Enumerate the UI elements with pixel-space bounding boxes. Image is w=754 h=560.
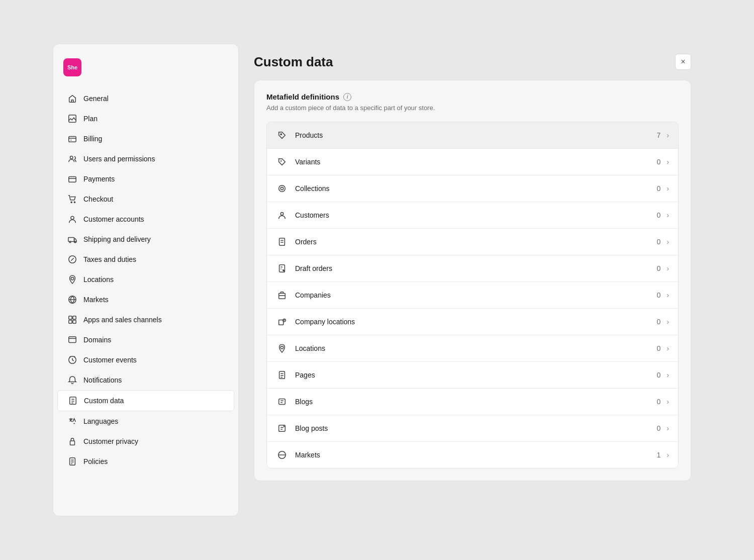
billing-icon <box>67 134 77 144</box>
metafield-chevron-orders: › <box>667 238 669 246</box>
home-icon <box>67 94 77 104</box>
svg-point-2 <box>70 156 73 159</box>
metafield-label-company-locations: Company locations <box>295 318 657 326</box>
svg-rect-34 <box>279 425 286 432</box>
metafield-label-markets: Markets <box>295 451 657 459</box>
metafield-count-draft-orders: 0 <box>657 264 661 272</box>
svg-rect-13 <box>69 316 72 319</box>
apps-icon <box>67 315 77 325</box>
sidebar-item-checkout[interactable]: Checkout <box>57 189 234 209</box>
metafield-label-collections: Collections <box>295 184 657 193</box>
metafield-chevron-blogs: › <box>667 398 669 406</box>
metafield-count-blogs: 0 <box>657 398 661 406</box>
svg-rect-14 <box>73 316 76 319</box>
markets-icon <box>67 295 77 305</box>
sidebar-item-notifications[interactable]: Notifications <box>57 370 234 390</box>
info-icon[interactable]: i <box>343 93 351 101</box>
card-title-row: Metafield definitions i <box>266 92 679 101</box>
shipping-icon <box>67 234 77 244</box>
logo-area: She <box>53 54 238 88</box>
sidebar-label-users: Users and permissions <box>83 155 155 163</box>
sidebar: She General Plan Billing Users and permi… <box>53 44 239 516</box>
plan-icon <box>67 114 77 124</box>
sidebar-label-locations: Locations <box>83 275 114 284</box>
policies-icon <box>67 456 77 466</box>
metafield-item-locations[interactable]: Locations 0 › <box>267 335 678 362</box>
sidebar-item-general[interactable]: General <box>57 88 234 109</box>
metafield-item-blog-posts[interactable]: Blog posts 0 › <box>267 415 678 442</box>
metafield-count-company-locations: 0 <box>657 318 661 326</box>
metafield-label-products: Products <box>295 131 657 139</box>
svg-rect-16 <box>73 320 76 323</box>
metafield-count-variants: 0 <box>657 158 661 166</box>
sidebar-item-markets[interactable]: Markets <box>57 290 234 310</box>
svg-rect-33 <box>279 399 286 405</box>
metafield-chevron-pages: › <box>667 371 669 379</box>
metafield-item-companies[interactable]: Companies 0 › <box>267 282 678 309</box>
sidebar-item-payments[interactable]: Payments <box>57 169 234 189</box>
customer-events-icon <box>67 355 77 365</box>
sidebar-label-markets: Markets <box>83 296 109 304</box>
markets-icon <box>276 449 288 461</box>
sidebar-item-shipping[interactable]: Shipping and delivery <box>57 229 234 249</box>
sidebar-label-customer-events: Customer events <box>83 356 137 364</box>
metafield-item-blogs[interactable]: Blogs 0 › <box>267 389 678 415</box>
sidebar-item-policies[interactable]: Policies <box>57 451 234 472</box>
sidebar-item-customer-events[interactable]: Customer events <box>57 350 234 370</box>
sidebar-item-customer-accounts[interactable]: Customer accounts <box>57 209 234 229</box>
sidebar-label-plan: Plan <box>83 115 98 123</box>
metafield-item-products[interactable]: Products 7 › <box>267 122 678 149</box>
sidebar-label-general: General <box>83 95 109 103</box>
sidebar-item-billing[interactable]: Billing <box>57 129 234 149</box>
metafield-count-locations: 0 <box>657 344 661 352</box>
metafield-item-customers[interactable]: Customers 0 › <box>267 202 678 229</box>
sidebar-item-customer-privacy[interactable]: Customer privacy <box>57 431 234 451</box>
sidebar-item-languages[interactable]: Languages <box>57 411 234 431</box>
sidebar-item-domains[interactable]: Domains <box>57 330 234 350</box>
metafield-chevron-companies: › <box>667 291 669 299</box>
sidebar-item-taxes[interactable]: Taxes and duties <box>57 249 234 269</box>
metafield-chevron-products: › <box>667 131 669 139</box>
metafield-label-variants: Variants <box>295 158 657 166</box>
metafield-item-markets[interactable]: Markets 1 › <box>267 442 678 468</box>
metafield-count-customers: 0 <box>657 211 661 219</box>
svg-rect-26 <box>279 238 285 245</box>
svg-point-11 <box>71 277 73 280</box>
checkout-icon <box>67 194 77 204</box>
customer-icon <box>276 209 288 221</box>
main-content: Custom data × Metafield definitions i Ad… <box>239 44 701 516</box>
svg-rect-20 <box>70 441 75 445</box>
sidebar-item-apps[interactable]: Apps and sales channels <box>57 310 234 330</box>
metafield-chevron-collections: › <box>667 184 669 193</box>
sidebar-label-custom-data: Custom data <box>84 397 124 405</box>
company-icon <box>276 289 288 301</box>
logo-badge[interactable]: She <box>63 58 81 76</box>
sidebar-item-locations[interactable]: Locations <box>57 269 234 290</box>
users-icon <box>67 154 77 164</box>
location-icon <box>67 274 77 285</box>
metafield-item-draft-orders[interactable]: Draft orders 0 › <box>267 255 678 282</box>
sidebar-item-custom-data[interactable]: Custom data <box>57 390 234 411</box>
metafield-item-variants[interactable]: Variants 0 › <box>267 149 678 175</box>
svg-point-22 <box>280 134 281 135</box>
sidebar-label-notifications: Notifications <box>83 376 122 384</box>
svg-rect-3 <box>69 177 76 182</box>
metafield-count-companies: 0 <box>657 291 661 299</box>
metafield-item-collections[interactable]: Collections 0 › <box>267 175 678 202</box>
metafield-item-pages[interactable]: Pages 0 › <box>267 362 678 389</box>
svg-rect-1 <box>69 137 76 142</box>
close-button[interactable]: × <box>675 54 691 70</box>
sidebar-label-languages: Languages <box>83 417 118 425</box>
sidebar-label-payments: Payments <box>83 175 115 183</box>
metafield-item-company-locations[interactable]: Company locations 0 › <box>267 309 678 335</box>
sidebar-item-plan[interactable]: Plan <box>57 109 234 129</box>
domains-icon <box>67 335 77 345</box>
metafield-item-orders[interactable]: Orders 0 › <box>267 229 678 255</box>
metafield-count-collections: 0 <box>657 184 661 193</box>
nav-list: General Plan Billing Users and permissio… <box>53 88 238 472</box>
draft-icon <box>276 262 288 274</box>
sidebar-label-customer-privacy: Customer privacy <box>83 437 138 445</box>
metafield-chevron-markets: › <box>667 451 669 459</box>
metafield-list: Products 7 › Variants 0 › Collections 0 … <box>266 122 679 469</box>
sidebar-item-users[interactable]: Users and permissions <box>57 149 234 169</box>
